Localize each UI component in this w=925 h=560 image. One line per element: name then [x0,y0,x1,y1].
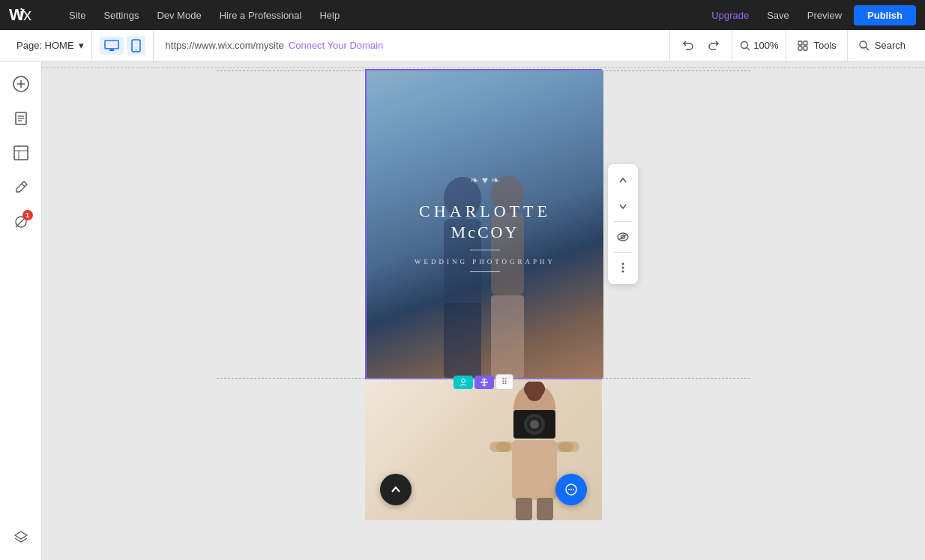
resize-handle-bar: ⠿ [454,374,513,390]
sidebar-pages-icon[interactable] [6,103,36,133]
sidebar-visibility-icon[interactable]: 1 [6,207,36,237]
publish-button[interactable]: Publish [854,5,916,25]
desktop-view-button[interactable] [100,37,124,55]
notification-badge: 1 [22,210,33,220]
svg-point-38 [622,263,624,265]
hero-divider [470,250,500,250]
sidebar-add-button[interactable] [6,69,36,99]
search-label: Search [875,40,906,51]
svg-point-40 [622,271,624,273]
canvas-area: ❧ ♥ ❧ CHARLOTTE McCOY WEDDING PHOTOGRAPH… [42,61,925,560]
svg-rect-51 [512,440,557,500]
svg-rect-57 [537,498,553,520]
sidebar-layers-icon[interactable] [6,523,36,553]
svg-text:ix: ix [19,7,31,23]
tools-button[interactable]: Tools [786,30,846,61]
nav-help[interactable]: Help [310,0,349,30]
svg-rect-11 [804,46,807,50]
svg-point-61 [573,489,574,490]
svg-line-13 [866,47,869,50]
zoom-value: 100% [753,40,778,51]
upgrade-button[interactable]: Upgrade [702,10,758,21]
chat-fab[interactable] [555,474,587,505]
svg-point-59 [568,489,570,490]
search-button[interactable]: Search [847,30,916,61]
hero-ornament: ❧ ♥ ❧ [451,169,519,193]
svg-point-12 [860,41,867,48]
svg-point-50 [530,420,539,429]
svg-rect-10 [798,46,802,50]
mobile-preview: ❧ ♥ ❧ CHARLOTTE McCOY WEDDING PHOTOGRAPH… [365,69,602,560]
sidebar-design-icon[interactable] [6,138,36,168]
scroll-up-fab[interactable] [380,474,412,505]
svg-point-54 [495,442,510,452]
hero-section[interactable]: ❧ ♥ ❧ CHARLOTTE McCOY WEDDING PHOTOGRAPH… [365,69,602,379]
preview-button[interactable]: Preview [798,10,851,21]
svg-point-39 [622,267,624,269]
chevron-down-icon: ▾ [79,40,84,51]
svg-rect-9 [804,41,807,45]
move-handle[interactable] [474,376,494,389]
main-area: 1 [0,61,925,560]
nav-settings[interactable]: Settings [94,0,148,30]
nav-hire[interactable]: Hire a Professional [211,0,311,30]
svg-rect-3 [109,49,114,51]
svg-line-24 [22,184,25,187]
svg-marker-27 [15,532,27,539]
section-top-guide [42,67,925,68]
hide-section-button[interactable] [611,225,635,249]
section-toolbar [608,164,638,284]
svg-point-6 [741,41,748,48]
save-button[interactable]: Save [758,10,798,21]
wix-logo: W ix [9,7,46,23]
hero-subtitle: WEDDING PHOTOGRAPHY [415,258,555,265]
connect-domain-link[interactable]: Connect Your Domain [289,40,383,51]
toolbar-divider-2 [614,252,632,253]
undo-button[interactable] [678,37,699,55]
sidebar-tools-icon[interactable] [6,172,36,202]
toolbar-divider [614,221,632,222]
tools-label: Tools [813,40,836,51]
svg-rect-56 [516,498,532,520]
svg-rect-2 [105,40,118,49]
url-bar: https://www.wix.com/mysite Connect Your … [154,30,670,61]
zoom-control[interactable]: 100% [732,30,786,61]
top-navigation: W ix Site Settings Dev Mode Hire a Profe… [0,0,925,30]
redo-button[interactable] [703,37,724,55]
page-label: Page: HOME [16,40,74,51]
photo-section[interactable] [365,379,602,520]
undo-redo-controls [669,30,732,61]
svg-rect-21 [14,146,28,160]
svg-point-60 [570,489,572,490]
nav-devmode[interactable]: Dev Mode [148,0,210,30]
left-sidebar: 1 [0,61,42,560]
svg-point-5 [135,49,136,50]
hero-divider-2 [470,271,500,272]
anchor-handle[interactable] [454,376,473,389]
section-top-dashed [217,70,750,71]
page-selector[interactable]: Page: HOME ▾ [9,30,92,61]
hero-name-bottom: McCOY [451,223,519,242]
device-switcher [92,30,154,61]
svg-point-55 [558,442,573,452]
svg-rect-8 [798,41,802,45]
nav-site[interactable]: Site [60,0,94,30]
svg-line-7 [747,47,750,50]
svg-point-46 [527,389,542,401]
move-down-button[interactable] [611,194,635,218]
hero-content: ❧ ♥ ❧ CHARLOTTE McCOY WEDDING PHOTOGRAPH… [367,70,603,378]
drag-handle[interactable]: ⠿ [495,374,513,390]
url-text: https://www.wix.com/mysite [166,40,284,51]
move-up-button[interactable] [611,169,635,193]
mobile-view-button[interactable] [127,36,145,55]
more-options-button[interactable] [611,256,635,280]
editor-toolbar: Page: HOME ▾ https://www.wix.com/mysite … [0,30,925,61]
svg-text:❧ ♥ ❧: ❧ ♥ ❧ [470,175,499,186]
hero-background: ❧ ♥ ❧ CHARLOTTE McCOY WEDDING PHOTOGRAPH… [367,70,603,378]
svg-point-41 [462,379,465,382]
hero-name-top: CHARLOTTE [419,202,551,221]
